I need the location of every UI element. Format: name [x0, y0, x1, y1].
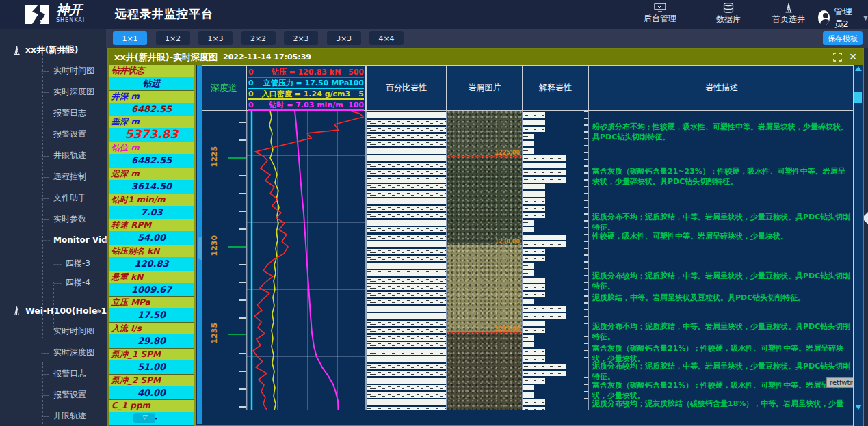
interp-lithology-bar — [523, 191, 545, 197]
chevron-up-icon[interactable]: ∧ — [96, 307, 101, 315]
sidebar-item-井眼轨迹[interactable]: ---井眼轨迹 — [0, 148, 86, 163]
lithology-symbol-row — [367, 321, 446, 326]
photo-depth-label: 1230.00 — [495, 239, 520, 245]
interp-lithology-bar — [523, 284, 545, 290]
lithology-symbol-row — [367, 371, 446, 376]
nav-database-label: 数据库 — [716, 14, 741, 24]
interp-lithology-bar — [523, 378, 545, 384]
interp-lithology-bar — [523, 328, 545, 333]
vertical-scrollbar[interactable] — [853, 65, 863, 426]
sidebar-item-四楼-4[interactable]: ---四楼-4 — [0, 275, 90, 290]
depth-label: 1230 — [210, 236, 219, 256]
interp-lithology-bar — [523, 213, 545, 218]
lithology-description: 富含灰质（碳酸钙含量21%）；性较硬，吸水性、可塑性中等。岩屑呈碎块状，少量块状… — [592, 380, 851, 401]
layout-tab-4×4[interactable]: 4×4 — [369, 31, 404, 45]
param-立压: 立压 MPa17.50 — [109, 297, 194, 323]
photo-depth-label: 1225.00 — [495, 150, 520, 156]
lithology-symbol-row — [367, 177, 446, 183]
curve-track — [246, 111, 366, 410]
sidebar-item-四楼-3[interactable]: ---四楼-3 — [0, 256, 90, 271]
interp-lithology-bar — [523, 112, 545, 118]
interp-lithology-bar — [523, 141, 534, 146]
lithology-symbol-row — [367, 349, 446, 355]
curve-legend-入口密度: 0入口密度 = 1.24 g/cm35 — [248, 89, 364, 100]
param-dropdown-button[interactable]: ▽ — [133, 413, 155, 423]
tree-guide — [53, 282, 54, 330]
database-icon — [723, 3, 734, 13]
nav-backend-admin[interactable]: 后台管理 — [636, 3, 684, 25]
lithology-symbol-row — [367, 141, 446, 146]
interp-lithology-bar — [523, 321, 545, 326]
layout-tab-1×2[interactable]: 1×2 — [156, 31, 190, 45]
param-label: 钻井状态 — [109, 65, 194, 77]
lithology-symbol-row — [367, 120, 446, 125]
sidebar-well-Wei-H100(Hole-1)[interactable]: Wei-H100(Hole-1)∧ — [0, 303, 111, 318]
fullscreen-icon[interactable] — [833, 53, 842, 62]
lithology-symbol-row — [367, 235, 446, 240]
save-template-button[interactable]: 保存模板 — [823, 31, 863, 45]
sidebar-item-远程控制[interactable]: ---远程控制 — [0, 169, 86, 184]
sidebar-item-报警设置[interactable]: ---报警设置 — [0, 387, 86, 402]
param-value: 6482.55 — [109, 103, 194, 116]
vertical-scroll-thumb[interactable] — [854, 92, 862, 103]
lithology-symbol-row — [367, 213, 446, 218]
lithology-symbol-row — [367, 299, 446, 304]
lithology-description: 富含灰质（碳酸钙含量21~23%）；性较硬，吸水性、可塑性中等。岩屑呈块状，少量… — [592, 166, 851, 187]
layout-tab-1×1[interactable]: 1×1 — [113, 31, 147, 45]
interp-lithology-bar — [523, 235, 566, 240]
lithology-symbol-row — [367, 306, 446, 312]
lithology-symbol-row — [367, 270, 446, 276]
lithology-symbol-row — [367, 241, 446, 247]
layout-tab-2×3[interactable]: 2×3 — [284, 31, 318, 45]
depth-chart-panel: xx井(新井眼)-实时深度图 2022-11-14 17:05:39 ✕ 钻井状… — [107, 48, 864, 426]
lithology-description-track: 粉砂质分布不均；性较硬，吸水性、可塑性中等。岩屑呈块状，少量碎块状。具PDC钻头… — [588, 111, 855, 410]
sidebar-item-实时参数[interactable]: ---实时参数 — [0, 211, 86, 226]
photo-depth-label: 1235.00 — [495, 326, 520, 332]
layout-tab-3×3[interactable]: 3×3 — [327, 31, 361, 45]
cuttings-photo-track: 1225.001230.001235.00 — [447, 111, 523, 410]
user-menu[interactable]: 管理员2 ▼ — [818, 5, 868, 30]
interp-lithology-bar — [523, 148, 534, 154]
nav-well-select[interactable]: 首页选井 — [765, 3, 813, 25]
depth-tick-minor — [239, 264, 246, 265]
param-label: 钻压别名 kN — [109, 245, 194, 257]
interp-lithology-bar — [523, 184, 545, 189]
scroll-down-icon[interactable] — [855, 405, 862, 410]
layout-tab-2×2[interactable]: 2×2 — [241, 31, 276, 45]
sidebar-item-实时深度图[interactable]: ---实时深度图 — [0, 84, 94, 99]
derrick-icon — [12, 306, 21, 316]
depth-tick-minor — [239, 371, 246, 372]
param-value: 1009.67 — [109, 283, 194, 297]
sidebar-item-报警日志[interactable]: ---报警日志 — [0, 105, 86, 120]
depth-label: 1235 — [210, 323, 219, 344]
sidebar-item-实时时间图[interactable]: ---实时时间图 — [0, 323, 94, 338]
sidebar-well-xx井(新井眼)[interactable]: xx井(新井眼)∧ — [0, 42, 79, 57]
param-label: 钻位 m — [109, 142, 194, 154]
scroll-up-icon[interactable] — [855, 66, 862, 71]
sidebar-item-报警设置[interactable]: ---报警设置 — [0, 127, 86, 142]
chevron-up-icon[interactable]: ∧ — [63, 46, 68, 54]
sidebar-item-实时深度图[interactable]: ---实时深度图 — [0, 345, 94, 360]
lithology-description: 泥质分布较均；泥灰质胶结（碳酸钙含量18%），中等。岩屑呈块状，少量豆粒状。具P… — [592, 399, 851, 410]
chevron-down-icon: ▼ — [863, 14, 868, 21]
interp-lithology-bar — [523, 278, 545, 283]
lithology-symbol-row — [367, 364, 446, 369]
param-钻时1: 钻时1 min/m7.03 — [109, 194, 194, 220]
nav-database[interactable]: 数据库 — [705, 3, 752, 25]
photo-depth-mark: 1235.00 — [447, 332, 522, 333]
sidebar-item-实时时间图[interactable]: ---实时时间图 — [0, 63, 94, 78]
interp-lithology-bar — [523, 407, 545, 411]
lithology-symbol-row — [367, 170, 446, 175]
param-钻位: 钻位 m6482.55 — [109, 142, 194, 168]
depth-tick-major — [228, 157, 246, 159]
lithology-symbol-row — [367, 335, 446, 341]
sidebar-item-井眼轨迹[interactable]: ---井眼轨迹 — [0, 408, 86, 423]
layout-tab-1×3[interactable]: 1×3 — [198, 31, 233, 45]
close-icon[interactable]: ✕ — [849, 52, 857, 62]
param-value: 钻进 — [109, 77, 194, 90]
sidebar-item-文件助手[interactable]: ---文件助手 — [0, 190, 86, 205]
shenkai-logo-icon — [23, 3, 51, 25]
sidebar-group-Monitor Video[interactable]: ---Monitor Video∧ — [0, 232, 118, 248]
sidebar-item-报警日志[interactable]: ---报警日志 — [0, 366, 86, 381]
lithology-symbol-row — [367, 313, 446, 319]
